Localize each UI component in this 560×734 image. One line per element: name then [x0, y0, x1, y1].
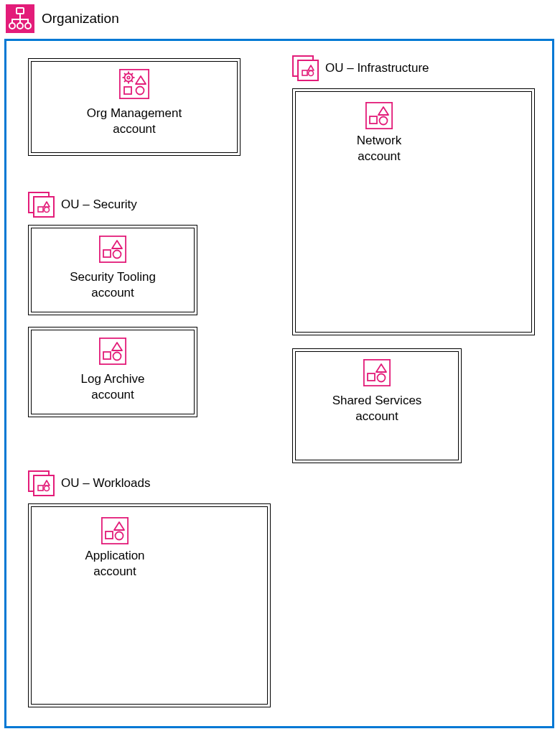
- organization-icon: [6, 4, 34, 33]
- ou-security-header: OU – Security: [28, 192, 137, 218]
- log-archive-label-2: account: [36, 387, 190, 403]
- network-account-block: Network account: [329, 102, 429, 164]
- security-tooling-account-box: Security Tooling account: [28, 225, 197, 315]
- security-tooling-label-1: Security Tooling: [36, 269, 190, 285]
- org-management-account-label-1: Org Management: [36, 106, 233, 121]
- organization-container: Org Management account OU – Security Sec…: [4, 39, 554, 728]
- org-management-account-box: Org Management account: [28, 58, 241, 156]
- ou-security-label: OU – Security: [61, 198, 137, 212]
- network-label-2: account: [329, 149, 429, 164]
- account-icon: [300, 359, 454, 390]
- shared-services-label-1: Shared Services: [300, 393, 454, 409]
- log-archive-account-box: Log Archive account: [28, 327, 197, 417]
- network-label-1: Network: [329, 133, 429, 149]
- account-icon: [65, 517, 165, 548]
- ou-workloads-label: OU – Workloads: [61, 476, 150, 491]
- log-archive-label-1: Log Archive: [36, 371, 190, 387]
- ou-infrastructure-label: OU – Infrastructure: [325, 61, 429, 75]
- shared-services-account-box: Shared Services account: [292, 348, 462, 463]
- security-tooling-label-2: account: [36, 285, 190, 301]
- account-icon: [329, 102, 429, 133]
- management-account-icon: [36, 69, 233, 103]
- application-label-2: account: [65, 564, 165, 580]
- ou-workloads-header: OU – Workloads: [28, 470, 150, 496]
- ou-infrastructure-box: Network account: [292, 88, 535, 335]
- ou-icon: [28, 192, 55, 218]
- organization-header: Organization: [6, 4, 556, 33]
- ou-infrastructure-header: OU – Infrastructure: [292, 55, 429, 81]
- ou-icon: [292, 55, 319, 81]
- org-management-account-label-2: account: [36, 121, 233, 137]
- ou-icon: [28, 470, 55, 496]
- application-label-1: Application: [65, 548, 165, 564]
- ou-workloads-box: Application account: [28, 503, 271, 707]
- account-icon: [36, 338, 190, 368]
- application-account-block: Application account: [65, 517, 165, 580]
- organization-title: Organization: [42, 11, 119, 27]
- account-icon: [36, 236, 190, 266]
- shared-services-label-2: account: [300, 409, 454, 424]
